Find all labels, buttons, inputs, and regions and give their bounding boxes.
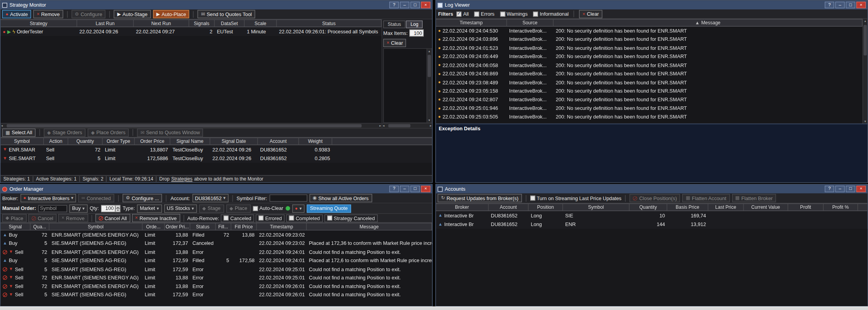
- order-row[interactable]: ▼ ▲ Buy 5 SIE.SMART (SIEMENS AG-REG) Lim…: [0, 256, 432, 265]
- flatten-account-button[interactable]: ▦ Flatten Account: [683, 194, 730, 202]
- maximize-button[interactable]: □: [410, 186, 420, 192]
- column-header-message[interactable]: ▲ Message: [553, 19, 863, 26]
- column-header[interactable]: Quantity: [630, 204, 667, 211]
- account-select[interactable]: DU8361652 ▾: [192, 194, 228, 202]
- maximize-button[interactable]: □: [410, 2, 420, 8]
- signal-row[interactable]: ▼ ENR.SMAR Sell 72 Limit 13,8807 TestClo…: [0, 145, 432, 154]
- taskbar-edge[interactable]: [0, 306, 868, 310]
- help-button[interactable]: ?: [825, 186, 834, 192]
- order-row[interactable]: ▼ ▲ Sell 72 ENR.SMART (SIEMENS ENERGY AG…: [0, 282, 432, 291]
- column-header[interactable]: Message: [307, 223, 432, 230]
- quantity-stepper[interactable]: ▴ ▾: [101, 205, 120, 212]
- scrollbar-thumb[interactable]: [428, 55, 431, 77]
- log-row[interactable]: ● 22.02.2024 09:24:06:058 InteractiveBro…: [436, 61, 863, 69]
- log-row[interactable]: ● 22.02.2024 09:24:06:869 InteractiveBro…: [436, 69, 863, 78]
- scrollbar-thumb[interactable]: [7, 124, 362, 127]
- cancel-order-button[interactable]: Cancel: [28, 214, 57, 222]
- column-header[interactable]: Position: [529, 204, 563, 211]
- clear-log-button[interactable]: × Clear: [579, 10, 602, 18]
- close-button[interactable]: ×: [421, 2, 430, 8]
- column-header[interactable]: Profit %: [824, 204, 858, 211]
- auto-clear-checkbox[interactable]: ✓ Auto-Clear: [253, 206, 284, 211]
- help-button[interactable]: ?: [389, 186, 399, 192]
- broker-select[interactable]: ● Interactive Brokers ▾: [20, 194, 76, 202]
- order-row[interactable]: ▼ ▲ Buy 5 SIE.SMART (SIEMENS AG-REG) Lim…: [0, 239, 432, 248]
- remove-strategy-button[interactable]: × Remove: [33, 10, 63, 18]
- column-header[interactable]: Status: [190, 223, 216, 230]
- log-list-item[interactable]: [384, 61, 427, 67]
- request-updates-button[interactable]: ↻ Request Updates from Broker(s): [438, 194, 522, 202]
- column-header[interactable]: Current Value: [744, 204, 788, 211]
- log-vertical-scrollbar[interactable]: ▴ ▾: [863, 19, 868, 124]
- column-header[interactable]: Quantity: [68, 138, 103, 144]
- strategies-horizontal-scrollbar[interactable]: ◂ ▸: [0, 123, 381, 128]
- scroll-right-icon[interactable]: ▸: [379, 123, 381, 128]
- scroll-down-icon[interactable]: ▾: [864, 119, 866, 124]
- accounts-titlebar[interactable]: Accounts ? – □ ×: [436, 184, 868, 193]
- streaming-quote-button[interactable]: Streaming Quote: [307, 204, 351, 212]
- streaming-updates-checkbox[interactable]: ✓ Turn on Streaming Last Price Updates: [530, 195, 622, 201]
- place-orders-button[interactable]: ◆ Place Orders: [88, 128, 129, 137]
- column-header[interactable]: Signals: [189, 20, 215, 27]
- side-select[interactable]: Buy ▾: [70, 204, 88, 212]
- log-list-item[interactable]: [384, 55, 427, 61]
- log-row[interactable]: ● 22.02.2024 09:24:04:530 InteractiveBro…: [436, 27, 863, 35]
- column-header[interactable]: Symbol: [49, 223, 143, 230]
- help-button[interactable]: ?: [389, 2, 399, 8]
- log-list-item[interactable]: [384, 98, 427, 104]
- auto-stage-button[interactable]: ▶ Auto-Stage: [114, 10, 151, 18]
- log-list-item[interactable]: [384, 67, 427, 73]
- log-row[interactable]: ● 22.02.2024 09:25:03:505 InteractiveBro…: [436, 113, 863, 121]
- column-header[interactable]: Order Price: [135, 138, 170, 144]
- auto-remove-checkbox[interactable]: ✓ Completed: [286, 214, 323, 222]
- tab-log[interactable]: Log: [406, 20, 423, 28]
- log-row[interactable]: ● 22.02.2024 09:23:08:489 InteractiveBro…: [436, 78, 863, 87]
- minimize-button[interactable]: –: [400, 2, 409, 8]
- log-row[interactable]: ● 22.02.2024 09:24:02:807 InteractiveBro…: [436, 95, 863, 104]
- send-to-quotes-window-button[interactable]: ✉ Send to Quotes Window: [137, 128, 203, 137]
- activate-button[interactable]: ● Activate: [2, 10, 31, 18]
- log-viewer-titlebar[interactable]: Log Viewer ? – □ ×: [436, 0, 868, 9]
- order-row[interactable]: ▼ ▲ Sell 5 SIE.SMART (SIEMENS AG-REG) Li…: [0, 291, 432, 299]
- log-list-horizontal-scrollbar[interactable]: ◂ ▸: [382, 123, 432, 128]
- log-row[interactable]: ● 22.02.2024 09:24:03:896 InteractiveBro…: [436, 35, 863, 44]
- stepper-down-icon[interactable]: ▾: [115, 208, 121, 212]
- scroll-up-icon[interactable]: ▴: [864, 19, 866, 23]
- column-header[interactable]: Signal Name: [170, 138, 211, 144]
- log-row[interactable]: ● 22.02.2024 09:25:01:946 InteractiveBro…: [436, 104, 863, 113]
- maximize-button[interactable]: □: [846, 186, 855, 192]
- column-header[interactable]: Orde...: [143, 223, 165, 230]
- order-row[interactable]: ▼ ▲ Sell 72 ENR.SMART (SIEMENS ENERGY AG…: [0, 248, 432, 256]
- send-to-quotes-tool-button[interactable]: ✉ Send to Quotes Tool: [198, 10, 255, 18]
- log-filter-checkbox[interactable]: ✓ Errors: [474, 11, 494, 16]
- close-button[interactable]: ×: [421, 186, 430, 192]
- symbol-filter-input[interactable]: [269, 195, 307, 202]
- log-row[interactable]: ● 22.02.2024 09:24:01:523 InteractiveBro…: [436, 44, 863, 53]
- minimize-button[interactable]: –: [835, 2, 845, 8]
- column-header[interactable]: Basis Price: [667, 204, 708, 211]
- max-items-input[interactable]: [409, 29, 424, 36]
- stage-orders-button[interactable]: ◆ Stage Orders: [44, 128, 86, 137]
- manual-symbol-input[interactable]: [38, 205, 67, 212]
- scroll-down-icon[interactable]: ▾: [428, 118, 430, 122]
- log-filter-checkbox[interactable]: ✓ All: [456, 11, 469, 16]
- column-header[interactable]: Order Pri...: [165, 223, 190, 230]
- position-row[interactable]: ▲ Interactive Br DU8361652 Long ENR 144 …: [436, 220, 868, 229]
- column-header[interactable]: Order Type: [103, 138, 135, 144]
- order-row[interactable]: ▼ ▲ Sell 5 SIE.SMART (SIEMENS AG-REG) Li…: [0, 265, 432, 274]
- flatten-broker-button[interactable]: ▦ Flatten Broker: [732, 194, 776, 202]
- help-button[interactable]: ?: [825, 2, 834, 8]
- log-row[interactable]: ● 22.02.2024 09:23:05:158 InteractiveBro…: [436, 87, 863, 95]
- column-header[interactable]: Weight: [299, 138, 332, 144]
- scrollbar-thumb[interactable]: [864, 25, 867, 56]
- order-row[interactable]: ▼ ▲ Buy 72 ENR.SMART (SIEMENS ENERGY AG)…: [0, 230, 432, 239]
- column-header[interactable]: DataSet: [214, 20, 244, 27]
- maximize-button[interactable]: □: [846, 2, 855, 8]
- auto-remove-checkbox[interactable]: ✓ Canceled: [221, 214, 254, 222]
- column-header[interactable]: Broker: [436, 204, 489, 211]
- quantity-input[interactable]: [101, 205, 115, 212]
- log-list-item[interactable]: [384, 73, 427, 79]
- signal-row[interactable]: ▼ SIE.SMART Sell 5 Limit 172,5886 TestCl…: [0, 154, 432, 163]
- order-row[interactable]: ▼ ▲ Sell 72 ENR.SMART (SIEMENS ENERGY AG…: [0, 274, 432, 282]
- remove-order-button[interactable]: × Remove: [58, 214, 88, 222]
